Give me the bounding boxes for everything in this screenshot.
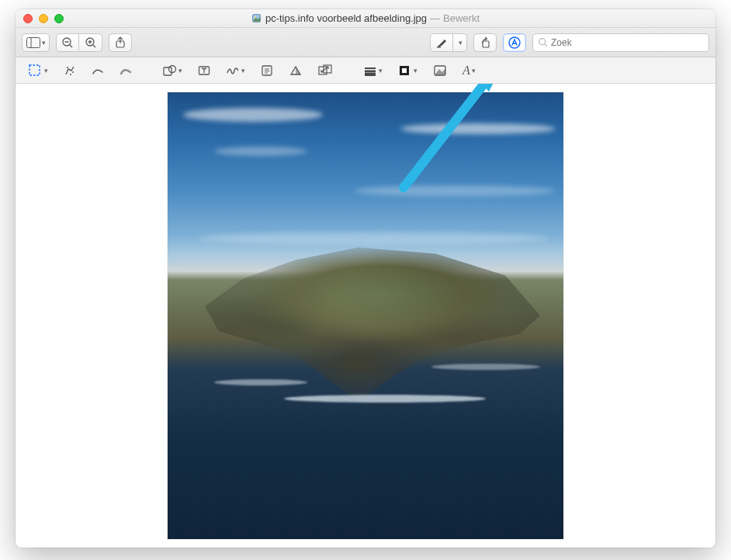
- svg-rect-0: [253, 15, 261, 22]
- search-input[interactable]: [551, 37, 704, 48]
- markup-toolbar: ▾ ▾ ▾: [16, 57, 715, 84]
- adjust-size-button[interactable]: [313, 61, 338, 80]
- fill-color-button[interactable]: [428, 61, 452, 80]
- text-tool-button[interactable]: [192, 61, 216, 80]
- chevron-down-icon: ▾: [472, 67, 476, 74]
- svg-point-23: [169, 65, 176, 72]
- titlebar: pc-tips.info voorbeeld afbeelding.jpg — …: [16, 9, 715, 28]
- svg-point-1: [255, 16, 256, 18]
- svg-rect-2: [26, 37, 40, 47]
- search-icon: [538, 37, 548, 47]
- window-title-filename: pc-tips.info voorbeeld afbeelding.jpg: [265, 12, 427, 24]
- svg-point-16: [539, 39, 546, 45]
- svg-line-35: [321, 67, 328, 72]
- sketch-tool-button[interactable]: [86, 61, 109, 80]
- svg-rect-13: [437, 47, 441, 47]
- shapes-tool-button[interactable]: ▾: [158, 61, 188, 80]
- svg-line-8: [92, 44, 95, 47]
- text-style-button[interactable]: A ▾: [457, 61, 481, 80]
- svg-line-17: [545, 44, 547, 47]
- chevron-down-icon: ▾: [44, 67, 48, 74]
- markup-toggle-button[interactable]: [503, 33, 526, 52]
- main-toolbar: ▾ ▾: [16, 28, 715, 57]
- selection-tool-button[interactable]: ▾: [23, 61, 54, 80]
- highlight-menu-button[interactable]: ▾: [453, 33, 467, 52]
- chevron-down-icon: ▾: [241, 67, 245, 74]
- chevron-down-icon: ▾: [459, 39, 463, 47]
- svg-point-21: [70, 74, 71, 75]
- window-title: pc-tips.info voorbeeld afbeelding.jpg — …: [16, 12, 715, 24]
- adjust-color-button[interactable]: [283, 61, 308, 80]
- svg-marker-44: [473, 84, 500, 92]
- chevron-down-icon: ▾: [42, 39, 46, 47]
- svg-rect-40: [402, 68, 407, 73]
- draw-tool-button[interactable]: [114, 61, 137, 80]
- share-button[interactable]: [109, 33, 132, 52]
- rotate-button[interactable]: [473, 33, 497, 52]
- close-window-button[interactable]: [23, 14, 33, 23]
- window-title-separator: —: [430, 12, 440, 24]
- border-color-button[interactable]: ▾: [393, 61, 423, 80]
- instant-alpha-button[interactable]: [58, 61, 81, 80]
- document-proxy-icon[interactable]: [251, 13, 262, 24]
- image-canvas[interactable]: [16, 84, 715, 548]
- window-title-status: Bewerkt: [443, 12, 480, 24]
- sign-tool-button[interactable]: ▾: [220, 61, 251, 80]
- zoom-in-button[interactable]: [79, 33, 102, 52]
- zoom-out-button[interactable]: [56, 33, 79, 52]
- svg-rect-14: [483, 41, 489, 47]
- text-style-label: A: [463, 64, 470, 78]
- zoom-window-button[interactable]: [54, 14, 64, 23]
- svg-rect-18: [29, 65, 40, 75]
- window-controls: [16, 14, 64, 23]
- chevron-down-icon: ▾: [414, 67, 417, 74]
- highlight-controls: ▾: [430, 33, 467, 52]
- highlight-button[interactable]: [430, 33, 453, 52]
- sidebar-view-button[interactable]: ▾: [22, 33, 50, 52]
- chevron-down-icon: ▾: [178, 67, 182, 74]
- shape-style-button[interactable]: ▾: [358, 61, 388, 80]
- minimize-window-button[interactable]: [39, 14, 48, 23]
- zoom-controls: [56, 33, 102, 52]
- svg-point-19: [67, 67, 68, 68]
- search-field[interactable]: [532, 33, 709, 52]
- svg-line-5: [70, 44, 72, 47]
- svg-point-20: [72, 71, 74, 73]
- document-image[interactable]: [168, 92, 563, 539]
- svg-marker-45: [473, 84, 511, 92]
- preview-window: pc-tips.info voorbeeld afbeelding.jpg — …: [16, 9, 715, 548]
- note-tool-button[interactable]: [255, 61, 279, 80]
- svg-marker-42: [435, 68, 445, 75]
- chevron-down-icon: ▾: [379, 67, 383, 74]
